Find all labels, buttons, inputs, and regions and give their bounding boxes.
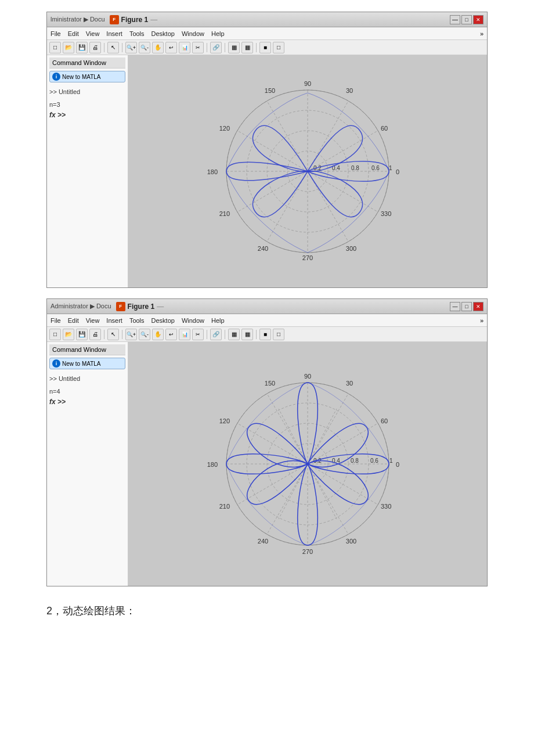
breadcrumb-2: Administrator ▶ Docu (50, 303, 111, 310)
label-240-2: 240 (258, 538, 268, 545)
main-content-1: Command Window i New to MATLA >> Untitle… (47, 55, 487, 287)
window-controls-2: — □ ✕ (450, 302, 484, 311)
tb-sep-2d (225, 330, 225, 339)
label-150-2: 150 (265, 380, 275, 387)
section-label: 2，动态绘图结果： (46, 604, 522, 618)
label-180-1: 180 (207, 168, 218, 175)
label-270-2: 270 (302, 548, 313, 555)
figure-icon-2: F (116, 302, 125, 311)
tb-pan-1[interactable]: ✋ (152, 42, 164, 53)
tb-sep-2c (207, 330, 207, 339)
tb-layout2-2[interactable]: ▦ (241, 329, 253, 340)
tb-sep-1d (225, 43, 225, 52)
tb-print-1[interactable]: 🖨 (89, 42, 101, 53)
menu-tools-1[interactable]: Tools (129, 30, 145, 37)
tb-layout1-1[interactable]: ▦ (228, 42, 240, 53)
tb-datacursor-1[interactable]: 📊 (179, 42, 190, 53)
tb-layout2-1[interactable]: ▦ (241, 42, 253, 53)
left-panel-2: Command Window i New to MATLA >> Untitle… (47, 342, 128, 586)
close-btn-1[interactable]: ✕ (473, 15, 484, 24)
tb-link-1[interactable]: 🔗 (210, 42, 222, 53)
tb-print-2[interactable]: 🖨 (89, 329, 101, 340)
r1-label-2: 1 (389, 458, 393, 464)
label-0-1: 0 (396, 168, 399, 175)
tb-zoomin-1[interactable]: 🔍+ (125, 42, 137, 53)
menu-window-2[interactable]: Window (182, 317, 204, 324)
tb-empty-1[interactable]: □ (273, 42, 284, 53)
polar-plot-1: 90 0 180 270 60 120 330 210 300 240 150 … (186, 64, 430, 279)
main-content-2: Command Window i New to MATLA >> Untitle… (47, 342, 487, 586)
tb-sep-1e (256, 43, 257, 52)
tb-new-1[interactable]: □ (49, 42, 61, 53)
tb-open-1[interactable]: 📂 (63, 42, 74, 53)
tb-solid-1[interactable]: ■ (259, 42, 271, 53)
menu-insert-1[interactable]: Insert (106, 30, 122, 37)
label-210-2: 210 (219, 503, 230, 510)
menu-edit-1[interactable]: Edit (68, 30, 79, 37)
tb-sep-1a (104, 43, 104, 52)
tb-sep-1c (207, 43, 207, 52)
tb-zoomout-1[interactable]: 🔍- (139, 42, 150, 53)
figure-title-2: Figure 1 (128, 303, 155, 311)
minimize-btn-1[interactable]: — (450, 15, 460, 24)
menu-bar-1: File Edit View Insert Tools Desktop Wind… (47, 27, 487, 40)
label-90-2: 90 (304, 373, 311, 380)
label-0-2: 0 (396, 461, 399, 468)
tb-empty-2[interactable]: □ (273, 329, 284, 340)
tb-zoomin-2[interactable]: 🔍+ (125, 329, 137, 340)
label-90-1: 90 (304, 80, 311, 87)
menu-window-1[interactable]: Window (182, 30, 204, 37)
matlab-window-1: lministrator ▶ Docu F Figure 1 — — □ ✕ F… (46, 12, 488, 288)
minimize-btn-2[interactable]: — (450, 302, 460, 311)
tb-datacursor-2[interactable]: 📊 (179, 329, 190, 340)
tb-brush-2[interactable]: ✂ (192, 329, 204, 340)
tb-zoomout-2[interactable]: 🔍- (139, 329, 150, 340)
tb-save-1[interactable]: 💾 (76, 42, 88, 53)
breadcrumb-1: lministrator ▶ Docu (50, 16, 105, 23)
menu-view-2[interactable]: View (86, 317, 100, 324)
tb-layout1-2[interactable]: ▦ (228, 329, 240, 340)
menu-arrow-1: » (480, 30, 484, 37)
new-to-matlab-label-1: New to MATLA (62, 74, 101, 80)
menu-help-1[interactable]: Help (211, 30, 225, 37)
label-240-1: 240 (258, 245, 268, 252)
tb-solid-2[interactable]: ■ (259, 329, 271, 340)
tb-rotate-2[interactable]: ↩ (165, 329, 177, 340)
tb-arrow-2[interactable]: ↖ (107, 329, 119, 340)
polar-plot-2: 90 0 180 270 60 120 330 210 300 240 150 … (186, 351, 430, 577)
menu-arrow-2: » (480, 317, 484, 324)
tb-arrow-1[interactable]: ↖ (107, 42, 119, 53)
menu-file-2[interactable]: File (50, 317, 61, 324)
fx-prompt-1[interactable]: fx >> (49, 111, 125, 119)
menu-file-1[interactable]: File (50, 30, 61, 37)
restore-btn-2[interactable]: □ (461, 302, 472, 311)
r08-label-2: 0.8 (351, 458, 359, 464)
menu-tools-2[interactable]: Tools (129, 317, 145, 324)
tb-brush-1[interactable]: ✂ (192, 42, 204, 53)
menu-view-1[interactable]: View (86, 30, 100, 37)
label-30-2: 30 (346, 380, 353, 387)
tb-pan-2[interactable]: ✋ (152, 329, 164, 340)
menu-help-2[interactable]: Help (211, 317, 225, 324)
label-120-1: 120 (219, 125, 230, 132)
label-180-2: 180 (207, 461, 218, 468)
cmd-window-header-1: Command Window (49, 57, 125, 69)
new-to-matlab-2[interactable]: i New to MATLA (49, 358, 125, 369)
fx-prompt-2[interactable]: fx >> (49, 398, 125, 406)
label-120-2: 120 (219, 417, 230, 424)
tb-new-2[interactable]: □ (49, 329, 61, 340)
restore-btn-1[interactable]: □ (461, 15, 472, 24)
plot-area-2: 90 0 180 270 60 120 330 210 300 240 150 … (128, 342, 487, 586)
tb-open-2[interactable]: 📂 (63, 329, 74, 340)
menu-desktop-2[interactable]: Desktop (151, 317, 175, 324)
menu-desktop-1[interactable]: Desktop (151, 30, 175, 37)
new-to-matlab-1[interactable]: i New to MATLA (49, 71, 125, 82)
tb-link-2[interactable]: 🔗 (210, 329, 222, 340)
menu-edit-2[interactable]: Edit (68, 317, 79, 324)
toolbar-2: □ 📂 💾 🖨 ↖ 🔍+ 🔍- ✋ ↩ 📊 ✂ 🔗 ▦ ▦ ■ □ (47, 327, 487, 342)
tb-sep-2a (104, 330, 104, 339)
tb-save-2[interactable]: 💾 (76, 329, 88, 340)
tb-rotate-1[interactable]: ↩ (165, 42, 177, 53)
close-btn-2[interactable]: ✕ (473, 302, 484, 311)
menu-insert-2[interactable]: Insert (106, 317, 122, 324)
